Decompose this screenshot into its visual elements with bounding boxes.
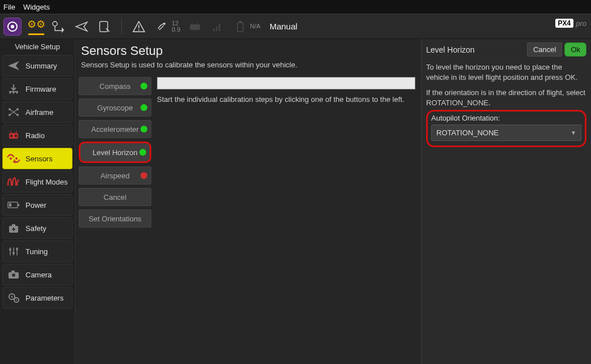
signal-icon <box>210 18 226 35</box>
warning-icon[interactable] <box>131 18 147 35</box>
calib-compass-button[interactable]: Compass <box>79 77 151 95</box>
sidebar-item-label: Parameters <box>25 294 63 302</box>
gps-status: 12 0.9 <box>172 20 180 33</box>
sidebar-item-label: Safety <box>25 224 46 233</box>
calib-airspeed-button[interactable]: Airspeed <box>79 166 151 185</box>
flight-mode-label[interactable]: Manual <box>270 22 297 31</box>
svg-point-2 <box>53 22 57 26</box>
svg-rect-41 <box>11 271 15 273</box>
sidebar-item-safety[interactable]: Safety <box>2 217 73 239</box>
svg-rect-11 <box>216 26 218 31</box>
calib-gyroscope-button[interactable]: Gyroscope <box>79 99 151 117</box>
camera-icon <box>6 270 21 279</box>
calib-set-orientations-button[interactable]: Set Orientations <box>79 209 151 228</box>
calib-level-horizon-button[interactable]: Level Horizon <box>79 142 151 163</box>
toolbar-setup-icon[interactable]: ⚙⚙ <box>28 18 44 35</box>
toolbar: ⚙⚙ 12 0.9 N/A Manual PX4 pro <box>0 14 591 39</box>
svg-point-15 <box>10 92 11 94</box>
gear-icon <box>6 292 21 303</box>
sidebar-item-label: Camera <box>25 271 52 279</box>
panel-text-2: If the orientation is in the direction o… <box>426 88 586 108</box>
svg-point-46 <box>16 299 17 301</box>
chevron-down-icon: ▼ <box>571 130 576 136</box>
svg-point-37 <box>9 249 11 251</box>
svg-rect-14 <box>239 21 241 23</box>
brand-logo: PX4 pro <box>555 19 586 28</box>
status-dot-green <box>141 104 147 111</box>
status-dot-green <box>141 83 147 89</box>
svg-point-23 <box>10 135 12 137</box>
orientation-value: ROTATION_NONE <box>436 129 499 137</box>
svg-rect-33 <box>12 224 15 226</box>
sidebar-item-tuning[interactable]: Tuning <box>2 241 73 262</box>
sidebar-item-label: Tuning <box>25 247 48 256</box>
svg-point-5 <box>138 29 139 31</box>
sensors-icon <box>6 153 21 164</box>
calib-label: Cancel <box>104 193 126 202</box>
toolbar-divider <box>121 19 122 35</box>
sidebar-item-sensors[interactable]: Sensors <box>2 148 73 169</box>
svg-point-6 <box>163 23 165 25</box>
sidebar-item-power[interactable]: Power <box>2 194 73 216</box>
calib-cancel-button[interactable]: Cancel <box>79 188 151 206</box>
flight-modes-icon <box>6 177 21 187</box>
battery-na: N/A <box>250 23 260 29</box>
sidebar-item-firmware[interactable]: Firmware <box>2 78 73 100</box>
sidebar-item-label: Airframe <box>25 108 53 117</box>
svg-point-17 <box>16 92 18 94</box>
toolbar-log-icon[interactable] <box>96 18 112 35</box>
panel-ok-button[interactable]: Ok <box>564 42 586 57</box>
orientation-select[interactable]: ROTATION_NONE ▼ <box>431 125 581 141</box>
status-dot-red <box>141 172 147 179</box>
sidebar-item-label: Firmware <box>25 85 56 93</box>
orientation-label: Autopilot Orientation: <box>431 114 581 122</box>
menu-file[interactable]: File <box>3 3 15 11</box>
airframe-icon <box>6 107 21 117</box>
status-dot-green <box>139 149 146 156</box>
svg-rect-12 <box>219 24 220 31</box>
sidebar-item-label: Summary <box>25 62 57 70</box>
panel-cancel-button[interactable]: Cancel <box>527 42 562 57</box>
sidebar-item-radio[interactable]: Radio <box>2 125 73 146</box>
menu-widgets[interactable]: Widgets <box>23 3 50 11</box>
svg-rect-31 <box>9 203 11 207</box>
panel-text-1: To level the horizon you need to place t… <box>426 62 586 82</box>
page-title: Sensors Setup <box>81 44 415 58</box>
right-panel: Level Horizon Cancel Ok To level the hor… <box>421 39 591 364</box>
svg-rect-13 <box>237 23 243 32</box>
sidebar-item-label: Radio <box>25 131 45 140</box>
menubar: File Widgets <box>0 0 591 14</box>
calibration-buttons: Compass Gyroscope Accelerometer Level Ho… <box>79 77 151 364</box>
rc-icon <box>187 18 203 35</box>
sidebar-item-parameters[interactable]: Parameters <box>2 287 73 309</box>
sidebar-item-summary[interactable]: Summary <box>2 55 73 76</box>
sidebar: Vehicle Setup Summary Firmware Airframe … <box>0 39 75 364</box>
radio-icon <box>6 130 21 140</box>
svg-point-38 <box>12 252 15 254</box>
sidebar-item-label: Flight Modes <box>25 178 67 186</box>
toolbar-plane-icon[interactable] <box>74 18 90 35</box>
calib-label: Level Horizon <box>92 148 138 157</box>
battery-icon <box>232 18 248 35</box>
svg-rect-7 <box>190 24 200 30</box>
toolbar-waypoint-icon[interactable] <box>51 18 67 35</box>
sidebar-item-flight-modes[interactable]: Flight Modes <box>2 171 73 192</box>
sidebar-item-label: Sensors <box>25 155 53 163</box>
download-icon <box>6 84 21 94</box>
sidebar-item-camera[interactable]: Camera <box>2 264 73 285</box>
calib-label: Accelerometer <box>91 125 139 134</box>
app-icon[interactable] <box>3 18 22 36</box>
calib-label: Gyroscope <box>97 104 133 112</box>
svg-point-39 <box>16 248 18 250</box>
gears-icon: ⚙⚙ <box>27 18 45 31</box>
calib-accelerometer-button[interactable]: Accelerometer <box>79 120 151 138</box>
svg-point-1 <box>11 25 14 28</box>
svg-point-42 <box>12 273 15 277</box>
svg-rect-10 <box>213 28 215 31</box>
svg-point-27 <box>10 157 12 160</box>
instruction-text: Start the individual calibration steps b… <box>157 95 415 104</box>
medkit-icon <box>6 223 21 233</box>
sidebar-item-airframe[interactable]: Airframe <box>2 101 73 123</box>
svg-rect-30 <box>18 204 19 206</box>
sidebar-item-label: Power <box>25 201 46 209</box>
